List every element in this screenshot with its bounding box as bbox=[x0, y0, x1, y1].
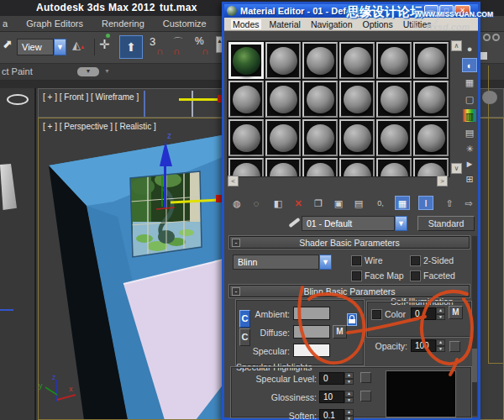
spinner-up-icon[interactable]: ▲ bbox=[436, 339, 445, 346]
background-icon[interactable]: ▦ bbox=[462, 75, 477, 89]
app-menu-graph-editors[interactable]: Graph Editors bbox=[26, 18, 83, 29]
spinner-down-icon[interactable]: ▼ bbox=[436, 346, 445, 353]
material-slot-8[interactable] bbox=[265, 81, 301, 118]
self-illumination-spinner[interactable]: 0 ▲▼ bbox=[411, 307, 445, 320]
backlight-icon[interactable]: ◐ bbox=[462, 58, 477, 72]
chevron-down-icon[interactable]: ▼ bbox=[395, 216, 407, 231]
material-slot-7[interactable] bbox=[228, 81, 264, 118]
put-to-library-icon[interactable]: ▤ bbox=[351, 196, 366, 210]
soften-spinner[interactable]: 0.1 ▲▼ bbox=[319, 409, 354, 420]
get-material-icon[interactable]: ◍ bbox=[229, 196, 244, 210]
glossiness-spinner[interactable]: 10 ▲▼ bbox=[319, 391, 354, 403]
ribbon-pill-icon[interactable]: ▼ bbox=[77, 67, 99, 76]
material-slot-6[interactable] bbox=[413, 42, 449, 79]
material-slot-15[interactable] bbox=[302, 119, 338, 156]
material-slot-5[interactable] bbox=[376, 42, 412, 79]
palette-scroll-right[interactable]: > bbox=[437, 176, 448, 186]
editor-menu-material[interactable]: Material bbox=[268, 19, 302, 29]
diffuse-specular-lock-button[interactable]: C bbox=[239, 328, 250, 346]
show-end-result-icon[interactable]: I bbox=[418, 196, 433, 210]
material-slot-23[interactable] bbox=[376, 158, 412, 177]
material-slot-24[interactable] bbox=[413, 158, 449, 177]
scrollbar-thumb[interactable] bbox=[472, 349, 477, 382]
spinner-down-icon[interactable]: ▼ bbox=[344, 416, 354, 420]
material-slot-18[interactable] bbox=[413, 119, 449, 156]
spinner-up-icon[interactable]: ▲ bbox=[436, 307, 445, 314]
faceted-checkbox[interactable] bbox=[411, 271, 420, 281]
material-editor-window[interactable]: Material Editor - 01 - Defaul ▁ □ ✕ Mode… bbox=[222, 2, 480, 420]
options-icon[interactable]: ✳ bbox=[462, 141, 477, 155]
diffuse-map-button[interactable]: M bbox=[333, 325, 347, 339]
editor-menu-navigation[interactable]: Navigation bbox=[309, 19, 354, 29]
spinner-down-icon[interactable]: ▼ bbox=[344, 379, 354, 386]
palette-scroll-left[interactable]: < bbox=[228, 176, 239, 186]
go-to-parent-icon[interactable]: ⇧ bbox=[442, 196, 457, 210]
material-slot-2[interactable] bbox=[265, 42, 301, 79]
palette-scroll-up[interactable]: ∧ bbox=[451, 40, 462, 51]
spinner-up-icon[interactable]: ▲ bbox=[344, 409, 354, 416]
material-map-navigator-icon[interactable]: ⊞ bbox=[462, 171, 477, 186]
app-menu-a[interactable]: a bbox=[3, 18, 8, 29]
material-name-dropdown[interactable]: 01 - Default bbox=[302, 216, 395, 231]
material-slot-14[interactable] bbox=[265, 119, 301, 156]
reference-coordsys-dropdown[interactable]: View bbox=[17, 39, 54, 55]
chevron-down-icon[interactable]: ▼ bbox=[54, 39, 66, 55]
ribbon-tab-object-paint[interactable]: ct Paint bbox=[2, 66, 33, 76]
material-slot-9[interactable] bbox=[302, 81, 338, 118]
sample-uv-tiling-icon[interactable]: ▢ bbox=[462, 92, 477, 106]
left-viewport-strip[interactable] bbox=[0, 88, 36, 420]
pick-material-eyedropper-icon[interactable] bbox=[288, 218, 300, 228]
material-slot-3[interactable] bbox=[302, 42, 338, 79]
specular-level-map-button[interactable] bbox=[360, 372, 371, 383]
make-unique-icon[interactable]: ▣ bbox=[331, 196, 346, 210]
spinner-down-icon[interactable]: ▼ bbox=[436, 314, 445, 321]
viewport-front-label[interactable]: [ + ] [ Front ] [ Wireframe ] bbox=[43, 92, 139, 102]
glossiness-map-button[interactable] bbox=[360, 391, 371, 402]
palette-scroll-down[interactable]: ∨ bbox=[451, 163, 462, 174]
shader-type-dropdown[interactable]: Blinn bbox=[233, 255, 319, 270]
specular-level-spinner[interactable]: 0 ▲▼ bbox=[319, 372, 354, 385]
material-slot-13[interactable] bbox=[228, 119, 264, 156]
show-shaded-material-in-viewport-icon[interactable]: ▦ bbox=[395, 196, 410, 210]
mirror-icon[interactable]: ◭▴ bbox=[72, 39, 84, 51]
material-slot-17[interactable] bbox=[376, 119, 412, 156]
put-material-to-scene-icon[interactable]: ◌ bbox=[249, 196, 264, 210]
go-forward-to-sibling-icon[interactable]: ⇨ bbox=[461, 196, 476, 210]
lock-icon[interactable] bbox=[347, 313, 357, 326]
collapse-icon[interactable]: - bbox=[232, 239, 240, 247]
ambient-diffuse-lock-button[interactable]: C bbox=[239, 310, 250, 328]
specular-color-swatch[interactable] bbox=[293, 344, 330, 357]
select-and-move-icon[interactable]: ✛ bbox=[99, 37, 110, 52]
wire-checkbox[interactable] bbox=[352, 256, 361, 265]
sample-slot-palette[interactable] bbox=[227, 40, 450, 177]
material-slot-19[interactable] bbox=[228, 158, 264, 177]
material-slot-20[interactable] bbox=[265, 158, 301, 177]
ambient-color-swatch[interactable] bbox=[293, 307, 330, 320]
make-preview-icon[interactable]: ▤ bbox=[462, 125, 477, 139]
editor-menu-options[interactable]: Options bbox=[361, 19, 395, 29]
self-illumination-color-checkbox[interactable] bbox=[372, 310, 381, 319]
material-type-button[interactable]: Standard bbox=[417, 216, 475, 231]
select-by-name-icon[interactable] bbox=[483, 34, 491, 41]
rollout-shader-basic-parameters[interactable]: - Shader Basic Parameters bbox=[229, 236, 470, 249]
material-slot-21[interactable] bbox=[302, 158, 338, 177]
use-pivot-point-center-button[interactable]: ⬆ bbox=[119, 35, 143, 59]
rollout-blinn-basic-parameters[interactable]: - Blinn Basic Parameters bbox=[229, 285, 470, 297]
material-slot-12[interactable] bbox=[413, 81, 449, 118]
editor-menu-modes[interactable]: Modes bbox=[231, 19, 261, 29]
opacity-spinner[interactable]: 100 ▲▼ bbox=[411, 339, 445, 352]
material-slot-4[interactable] bbox=[339, 42, 375, 79]
material-slot-1[interactable] bbox=[228, 42, 264, 79]
material-slot-16[interactable] bbox=[339, 119, 375, 156]
material-slot-10[interactable] bbox=[339, 81, 375, 118]
chevron-down-icon[interactable]: ▼ bbox=[319, 255, 332, 270]
partial-tool-icon[interactable]: ⬈ bbox=[3, 37, 13, 50]
video-color-check-icon[interactable]: ▥ bbox=[462, 108, 477, 123]
face-map-checkbox[interactable] bbox=[352, 271, 361, 281]
make-material-copy-icon[interactable]: ❐ bbox=[311, 196, 326, 210]
spinner-up-icon[interactable]: ▲ bbox=[344, 391, 354, 397]
self-illumination-map-button[interactable]: M bbox=[449, 306, 463, 319]
chevron-down-icon[interactable]: ▼ bbox=[104, 68, 110, 74]
app-menu-rendering[interactable]: Rendering bbox=[102, 18, 144, 29]
spinner-up-icon[interactable]: ▲ bbox=[344, 372, 354, 379]
